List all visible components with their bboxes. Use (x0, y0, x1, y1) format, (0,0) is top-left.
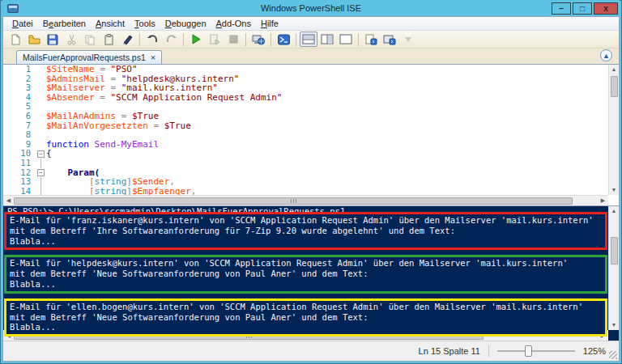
line-number: 10 (3, 149, 36, 159)
scroll-left-icon[interactable]: ◀ (3, 197, 14, 204)
collapse-script-pane-button[interactable]: ▲ (600, 49, 612, 61)
powershell-ise-window: Windows PowerShell ISE – □ x DateiBearbe… (0, 0, 622, 364)
scroll-down-icon[interactable]: ▼ (609, 185, 620, 195)
scroll-down-icon[interactable]: ▼ (609, 320, 620, 330)
close-button[interactable]: x (594, 2, 618, 15)
menu-bar: DateiBearbeitenAnsichtToolsDebuggenAdd-O… (3, 17, 619, 31)
fold-collapse-icon[interactable]: − (37, 150, 45, 158)
start-powershell-icon[interactable] (275, 32, 292, 47)
code-line[interactable]: $MailAnVorgesetzten = $True (46, 121, 619, 131)
menu-hilfe[interactable]: Hilfe (256, 18, 283, 29)
new-powershell-tab-icon[interactable] (362, 32, 380, 47)
tab-close-icon[interactable]: × (151, 53, 156, 62)
console-output-line: E-Mail für 'ellen.bogen@kurs.intern' von… (10, 302, 602, 312)
line-number: 4 (3, 93, 36, 103)
new-script-button[interactable] (6, 32, 24, 47)
console-output: E-Mail für 'franz.iskaner@kurs.intern' v… (3, 212, 608, 341)
cursor-position: Ln 15 Spalte 11 (419, 346, 480, 356)
code-line[interactable]: function Send-MyEmail (46, 140, 619, 150)
cut-icon[interactable] (62, 32, 80, 47)
title-bar: Windows PowerShell ISE – □ x (2, 0, 620, 16)
highlight-box-2: E-Mail für 'helpdesk@kurs.intern' von 'S… (4, 255, 607, 293)
line-number: 9 (3, 140, 36, 150)
console-output-line: Blabla... (10, 322, 602, 332)
menu-debuggen[interactable]: Debuggen (160, 18, 211, 29)
line-number: 3 (3, 83, 36, 93)
redo-icon[interactable] (162, 32, 180, 47)
menu-tools[interactable]: Tools (130, 18, 160, 29)
editor-vertical-scrollbar[interactable]: ▲ ▼ (608, 65, 619, 195)
highlight-box-1: E-Mail für 'franz.iskaner@kurs.intern' v… (4, 212, 607, 250)
fold-guide (40, 159, 41, 168)
line-number-gutter: 1234567891011121314 (3, 65, 36, 195)
line-number: 11 (3, 159, 36, 168)
menu-datei[interactable]: Datei (7, 18, 38, 29)
menu-bearbeiten[interactable]: Bearbeiten (38, 18, 91, 29)
zoom-slider[interactable] (497, 345, 575, 357)
status-bar: Ln 15 Spalte 11 125% (3, 341, 619, 361)
line-number: 8 (3, 130, 36, 140)
line-number: 5 (3, 102, 36, 112)
window-title: Windows PowerShell ISE (2, 3, 620, 13)
script-pane-maximized-button[interactable] (337, 32, 355, 47)
console-output-line: E-Mail für 'helpdesk@kurs.intern' von 'S… (10, 258, 602, 269)
open-script-button[interactable] (25, 32, 43, 47)
maximize-button[interactable]: □ (573, 2, 592, 15)
code-line[interactable]: [string]$Empfaenger, (46, 187, 619, 195)
clear-console-icon[interactable] (118, 32, 136, 47)
script-editor[interactable]: 1234567891011121314 −− $SiteName = "PSO"… (3, 64, 619, 205)
copy-icon[interactable] (81, 32, 99, 47)
console-vertical-scrollbar[interactable]: ▲ ▼ (608, 206, 619, 330)
undo-icon[interactable] (143, 32, 161, 47)
minimize-button[interactable]: – (552, 2, 571, 15)
editor-horizontal-scrollbar[interactable]: ◀ ▶ (3, 195, 608, 205)
script-pane-top-button[interactable] (300, 32, 317, 47)
menu-ansicht[interactable]: Ansicht (91, 18, 130, 29)
tab-mailsfuerapprovalrequests[interactable]: MailsFuerApprovalRequests.ps1 × (16, 50, 162, 64)
toolbar (3, 31, 619, 49)
run-selection-icon[interactable] (206, 32, 224, 47)
paste-icon[interactable] (100, 32, 117, 47)
line-number: 13 (3, 177, 36, 187)
line-number: 14 (3, 187, 36, 195)
line-number: 2 (3, 74, 36, 84)
console-output-line: Blabla... (10, 279, 602, 290)
resize-grip[interactable] (609, 351, 617, 359)
run-script-button[interactable] (187, 32, 205, 47)
console-pane[interactable]: PS PSO:\> C:\Users\sccmadmin\Desktop\Mai… (3, 205, 619, 341)
zoom-slider-thumb[interactable] (525, 345, 532, 357)
line-number: 7 (3, 121, 36, 131)
stop-operation-icon[interactable] (224, 32, 242, 47)
zoom-level: 125% (583, 346, 606, 356)
line-number: 6 (3, 112, 36, 121)
tab-bar: MailsFuerApprovalRequests.ps1 × ▲ (3, 49, 619, 64)
console-output-line: mit dem Betreff 'Neue Softwareanforderun… (10, 269, 602, 279)
menu-addons[interactable]: Add-Ons (211, 18, 256, 29)
console-output-line: mit dem Betreff 'Neue Softwareanforderun… (10, 312, 602, 323)
code-line[interactable] (46, 159, 619, 168)
new-remote-powershell-tab-icon[interactable] (249, 32, 267, 47)
scroll-up-icon[interactable]: ▲ (609, 206, 620, 216)
code-area[interactable]: $SiteName = "PSO"$AdminsMail = "helpdesk… (46, 65, 619, 195)
script-pane-right-button[interactable] (318, 32, 336, 47)
scroll-up-icon[interactable]: ▲ (609, 65, 620, 74)
tab-label: MailsFuerApprovalRequests.ps1 (23, 53, 146, 62)
console-output-line: Blabla... (10, 236, 602, 247)
fold-collapse-icon[interactable]: − (37, 169, 45, 176)
fold-guide (40, 177, 41, 187)
scroll-right-icon[interactable]: ▶ (598, 197, 608, 204)
highlight-box-3: E-Mail für 'ellen.bogen@kurs.intern' von… (4, 298, 607, 336)
line-number: 12 (3, 168, 36, 178)
show-script-pane-icon[interactable] (381, 32, 398, 47)
line-number: 1 (3, 65, 36, 74)
code-line[interactable]: { (46, 149, 619, 159)
fold-guide (40, 187, 41, 195)
console-output-line: E-Mail für 'franz.iskaner@kurs.intern' v… (10, 215, 602, 226)
code-fold-column[interactable]: −− (36, 65, 46, 195)
addon-dropdown-icon[interactable] (399, 32, 417, 47)
code-line[interactable]: $Absender = "SCCM Application Request Ad… (46, 93, 619, 103)
console-output-line: mit dem Betreff 'Ihre Softwareanforderun… (10, 226, 602, 236)
save-button[interactable] (44, 32, 62, 47)
